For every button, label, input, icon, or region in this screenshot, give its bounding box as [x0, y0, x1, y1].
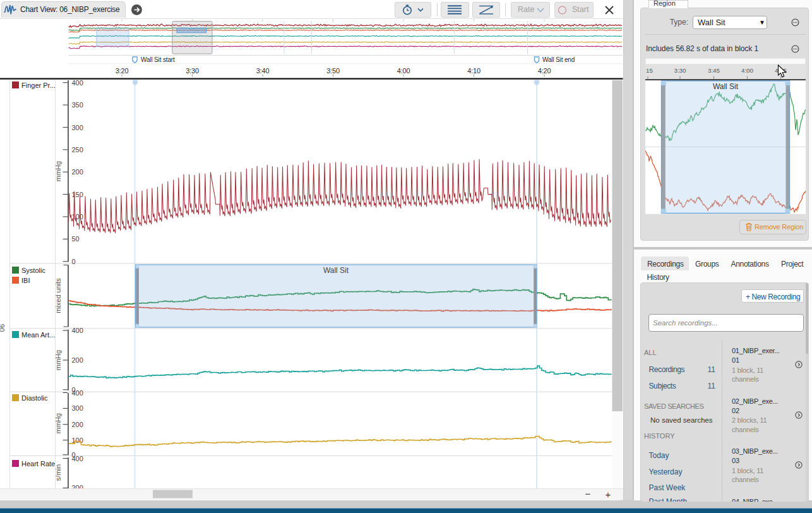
svg-text:3:50: 3:50 [326, 67, 340, 75]
svg-text:3:40: 3:40 [256, 67, 270, 75]
svg-text:4:10: 4:10 [467, 67, 481, 75]
svg-text:mmHg: mmHg [54, 161, 62, 181]
svg-text:250: 250 [72, 146, 83, 154]
svg-text:400: 400 [72, 79, 83, 87]
svg-text:4:00: 4:00 [741, 67, 754, 74]
svg-text:s/min: s/min [54, 464, 62, 481]
svg-text:3:30: 3:30 [186, 67, 199, 75]
svg-text:Heart Rate: Heart Rate [21, 460, 55, 468]
svg-text:200: 200 [72, 421, 83, 428]
svg-text:Wall Sit start: Wall Sit start [141, 56, 175, 63]
svg-text:mmHg: mmHg [54, 350, 62, 370]
svg-text:400: 400 [72, 389, 83, 397]
svg-text:4:00: 4:00 [397, 67, 410, 75]
svg-text:3:45: 3:45 [708, 67, 720, 74]
svg-text:Wall Sit end: Wall Sit end [542, 56, 575, 63]
svg-text:200: 200 [72, 168, 83, 176]
svg-text:400: 400 [72, 327, 83, 334]
svg-text:Wall Sit: Wall Sit [323, 266, 349, 275]
svg-text:0: 0 [72, 258, 76, 265]
svg-text:200: 200 [72, 356, 83, 364]
svg-text:Diastolic: Diastolic [21, 394, 48, 402]
svg-text:300: 300 [72, 124, 83, 131]
svg-text:IBI: IBI [21, 277, 30, 284]
svg-text:50: 50 [72, 235, 80, 243]
svg-text:−: − [585, 488, 591, 499]
svg-text:300: 300 [72, 404, 83, 412]
svg-text:150: 150 [72, 191, 83, 198]
svg-text:350: 350 [72, 101, 83, 109]
svg-text:mixed units: mixed units [54, 278, 62, 313]
svg-text:mmHg: mmHg [54, 413, 62, 433]
svg-text:Wall Sit: Wall Sit [713, 82, 739, 91]
svg-text:+: + [606, 489, 611, 500]
svg-text:4:20: 4:20 [538, 67, 551, 75]
svg-text:3:30: 3:30 [674, 67, 686, 74]
svg-text:Finger Pr...: Finger Pr... [21, 81, 56, 89]
svg-text:400: 400 [72, 455, 83, 462]
svg-text:15: 15 [646, 67, 653, 74]
svg-text:Mean Art...: Mean Art... [21, 331, 55, 339]
svg-text:06: 06 [0, 324, 6, 332]
svg-text:3:20: 3:20 [116, 67, 129, 75]
svg-text:Systolic: Systolic [21, 267, 45, 274]
